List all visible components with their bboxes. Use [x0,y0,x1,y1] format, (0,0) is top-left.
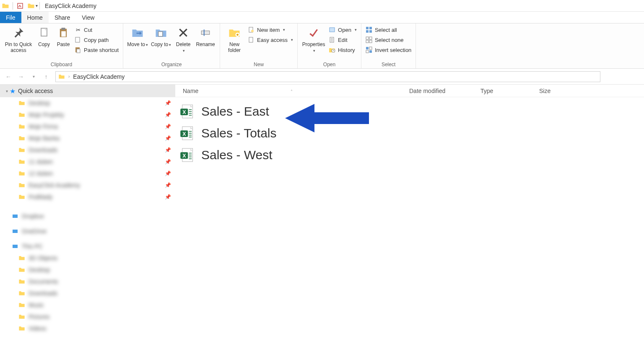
tab-home[interactable]: Home [21,12,49,23]
folder-icon [18,135,25,142]
select-all-button[interactable]: Select all [364,26,413,34]
cut-icon: ✂ [75,26,81,33]
address-bar[interactable]: › EasyClick Academy [55,71,600,82]
pin-to-quick-access-button[interactable]: Pin to Quick access [3,25,34,53]
qat-dropdown-icon[interactable]: ▾ [36,3,38,8]
copy-path-button[interactable]: Copy path [73,36,120,44]
breadcrumb-location[interactable]: EasyClick Academy [73,73,125,80]
address-row: ← → ▾ ↑ › EasyClick Academy [0,69,644,85]
svg-marker-42 [285,104,369,132]
group-open: Properties▾ Open▾ Edit History Open [298,23,361,68]
drive-icon [12,228,18,235]
nav-pc-item[interactable]: Desktop [0,264,175,276]
tab-share[interactable]: Share [49,12,76,23]
folder-icon [18,111,25,118]
svg-rect-22 [366,37,369,39]
properties-button[interactable]: Properties▾ [300,25,327,54]
column-headers: Name˄ Date modified Type Size [175,85,644,97]
nav-recent-button[interactable]: ▾ [29,72,39,82]
col-size[interactable]: Size [532,88,569,94]
history-button[interactable]: History [327,46,358,54]
group-label: Select [364,61,413,68]
navigation-pane[interactable]: ▾ ★ Quick access Desktop📌Moje Projekty📌M… [0,85,175,362]
nav-pc-item[interactable]: Music [0,299,175,311]
nav-item[interactable]: Moje Projekty📌 [0,109,175,121]
nav-up-button[interactable]: ↑ [41,72,51,82]
file-row[interactable]: X Sales - Totals [179,122,644,144]
excel-file-icon: X [179,147,195,163]
nav-item[interactable]: 12 duben📌 [0,168,175,179]
nav-quick-access[interactable]: ▾ ★ Quick access [0,85,175,97]
move-to-button[interactable]: Move to▾ [126,25,149,48]
group-clipboard: Pin to Quick access Copy Paste ✂Cut Copy… [0,23,123,68]
edit-button[interactable]: Edit [327,36,358,44]
svg-point-13 [251,30,254,32]
col-type[interactable]: Type [473,88,532,94]
copy-button[interactable]: Copy [34,25,54,47]
new-item-button[interactable]: New item▾ [246,26,295,34]
nav-item[interactable]: Moje Banka📌 [0,132,175,144]
invert-selection-button[interactable]: Invert selection [364,46,413,54]
nav-item[interactable]: EasyClick Academy📌 [0,179,175,191]
file-row[interactable]: X Sales - West [179,144,644,166]
tab-view[interactable]: View [76,12,100,23]
nav-pc-item[interactable]: Pictures [0,311,175,323]
svg-rect-28 [366,50,369,53]
copy-to-button[interactable]: Copy to▾ [149,25,173,48]
nav-item[interactable]: Desktop📌 [0,97,175,109]
folder-icon [18,302,25,308]
nav-root-item[interactable]: Dropbox [0,210,175,222]
nav-item[interactable]: Podklady📌 [0,191,175,203]
easy-access-icon [248,36,254,43]
nav-pc-item[interactable]: Videos [0,323,175,334]
file-row[interactable]: X Sales - East [179,101,644,122]
folder-icon [18,170,25,177]
nav-forward-button[interactable]: → [16,72,26,82]
folder-icon [2,2,9,10]
nav-root-item[interactable]: OneDrive [0,225,175,237]
svg-rect-30 [13,215,18,218]
ribbon: Pin to Quick access Copy Paste ✂Cut Copy… [0,23,644,69]
paste-button[interactable]: Paste [54,25,73,47]
col-name[interactable]: Name˄ [175,88,402,94]
col-date-modified[interactable]: Date modified [402,88,473,94]
nav-root-item[interactable]: This PC [0,240,175,252]
svg-rect-23 [369,37,372,39]
nav-item[interactable]: Downloads📌 [0,144,175,156]
svg-rect-15 [330,28,335,32]
nav-item[interactable]: 11 duben📌 [0,156,175,168]
tab-file[interactable]: File [0,12,21,23]
folder-icon [18,325,25,332]
qat-properties-icon[interactable] [16,2,24,10]
new-folder-icon [227,26,242,40]
svg-rect-32 [13,245,18,248]
folder-icon [18,123,25,130]
svg-rect-10 [204,29,205,36]
delete-button[interactable]: Delete▾ [173,25,194,54]
svg-rect-18 [366,27,369,29]
select-none-button[interactable]: Select none [364,36,413,44]
open-button[interactable]: Open▾ [327,26,358,34]
nav-pc-item[interactable]: Downloads [0,287,175,299]
pin-icon [11,26,26,40]
rename-button[interactable]: Rename [194,25,217,47]
content-pane[interactable]: Name˄ Date modified Type Size X Sales - … [175,85,644,362]
new-folder-button[interactable]: New folder [223,25,246,53]
svg-rect-9 [201,31,210,35]
cut-button[interactable]: ✂Cut [73,26,120,34]
nav-pc-item[interactable]: 3D Objects [0,252,175,264]
easy-access-button[interactable]: Easy access▾ [246,36,295,44]
ribbon-tabs: File Home Share View [0,12,644,23]
paste-icon [56,26,70,40]
paste-shortcut-button[interactable]: Paste shortcut [73,46,120,54]
group-new: New folder New item▾ Easy access▾ New [220,23,298,68]
separator [39,2,40,10]
svg-rect-31 [13,230,18,233]
nav-item[interactable]: Moje Firma📌 [0,121,175,132]
nav-pc-item[interactable]: Documents [0,276,175,287]
nav-back-button[interactable]: ← [3,72,13,82]
svg-rect-19 [369,27,372,29]
separator [13,2,13,10]
svg-rect-20 [366,30,369,33]
select-none-icon [366,36,372,43]
